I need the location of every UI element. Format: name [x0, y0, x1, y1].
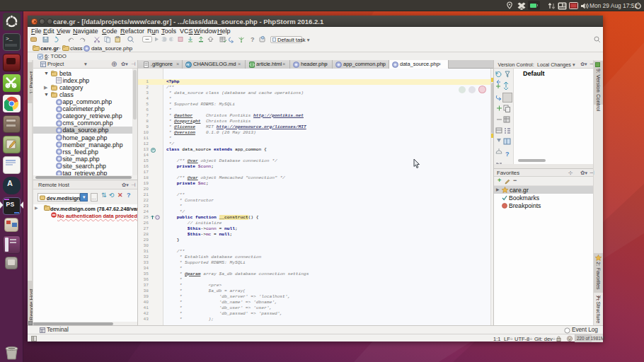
svg-text:?: ?	[251, 36, 255, 43]
svg-text:?: ?	[505, 151, 510, 158]
